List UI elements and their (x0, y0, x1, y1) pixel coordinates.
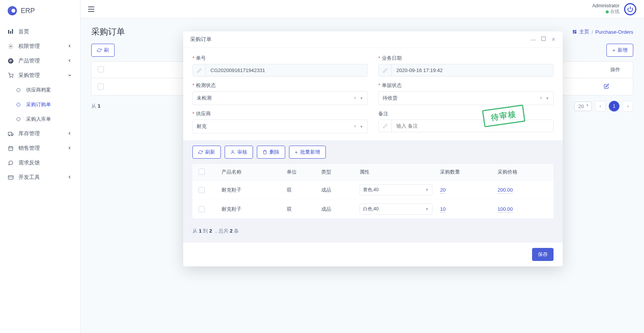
table-row: 耐克鞋子 双 成品 黄色,40 ▼ 20 200.00 (192, 180, 554, 200)
breadcrumb-current[interactable]: Purchase-Orders (595, 29, 633, 35)
logo[interactable]: ERP (0, 0, 80, 21)
cell-type: 成品 (321, 206, 360, 213)
modal-delete-button[interactable]: 删除 (257, 146, 285, 159)
attr-select[interactable]: 黄色,40 ▼ (360, 184, 432, 195)
bars-icon (8, 29, 14, 35)
close-button[interactable]: ✕ (551, 36, 556, 43)
clear-icon[interactable]: × (354, 124, 356, 129)
nav-label: 首页 (18, 28, 72, 35)
pencil-icon (193, 64, 206, 76)
modal-batch-add-button[interactable]: + 批量新增 (289, 146, 326, 159)
nav-feedback[interactable]: 需求反馈 (0, 156, 80, 170)
col-product-name: 产品名称 (222, 169, 287, 176)
attr-select[interactable]: 白色,40 ▼ (360, 203, 432, 215)
svg-rect-21 (542, 37, 545, 41)
p-circle-icon: P (8, 58, 14, 64)
circle-icon (15, 102, 21, 108)
remark-input[interactable] (392, 120, 553, 132)
pencil-icon (379, 64, 392, 76)
nav-purchase-inbound[interactable]: 采购入库单 (0, 112, 80, 126)
page-title: 采购订单 (91, 26, 125, 38)
nav-home[interactable]: 首页 (0, 25, 80, 39)
gear-icon (8, 43, 14, 49)
nav-label: 销售管理 (18, 145, 63, 152)
row-checkbox[interactable] (199, 187, 205, 193)
chevron-left-icon (68, 146, 72, 151)
price-value[interactable]: 100.00 (498, 206, 513, 213)
hamburger-icon[interactable] (88, 7, 94, 12)
clear-icon[interactable]: × (540, 95, 542, 101)
col-qty: 采购数量 (440, 169, 498, 176)
col-price: 采购价格 (498, 169, 547, 176)
pencil-icon (379, 120, 392, 132)
user-info[interactable]: Administrator 在线 (592, 3, 619, 15)
modal-table: 产品名称 单位 类型 属性 采购数量 采购价格 耐克鞋子 双 成品 (192, 164, 554, 218)
nav: 首页 权限管理 P 产品管理 采购管理 供应商档案 (0, 21, 80, 188)
svg-point-9 (9, 135, 10, 136)
nav-label: 需求反馈 (18, 159, 72, 166)
main: Administrator 在线 采购订单 主页 / Purch (80, 0, 644, 333)
qty-value[interactable]: 10 (440, 206, 445, 213)
nav-inventory[interactable]: 库存管理 (0, 126, 80, 141)
nav-label: 库存管理 (18, 130, 63, 137)
doc-status-select[interactable]: 待收货 × ▼ (378, 91, 554, 105)
biz-date-input (378, 64, 554, 77)
remark-label: 备注 (378, 110, 554, 117)
row-checkbox[interactable] (98, 84, 104, 90)
nav-label: 采购订购单 (26, 101, 72, 108)
nav-purchase-order[interactable]: 采购订购单 (0, 97, 80, 112)
detect-status-select[interactable]: 未检测 × ▼ (192, 91, 368, 105)
col-ops: 操作 (604, 66, 627, 73)
nav-label: 开发工具 (18, 174, 63, 181)
svg-rect-0 (8, 30, 9, 34)
circle-icon (15, 87, 21, 93)
clear-icon[interactable]: × (354, 95, 356, 101)
doc-status-label: 单据状态 (378, 82, 554, 89)
page-prev-button[interactable]: ‹ (595, 101, 606, 112)
minimize-button[interactable]: — (531, 36, 536, 43)
chevron-down-icon (68, 73, 72, 78)
order-no-input (192, 64, 368, 77)
chevron-left-icon (68, 175, 72, 180)
status-text: 在线 (610, 8, 619, 15)
nav-label: 采购入库单 (26, 116, 72, 123)
page-next-button[interactable]: › (623, 101, 633, 112)
modal-audit-button[interactable]: 审核 (225, 146, 253, 159)
refresh-button[interactable]: 刷 (91, 44, 115, 57)
add-button[interactable]: + 新增 (606, 44, 633, 57)
biz-date-label: 业务日期 (378, 55, 554, 62)
supplier-select[interactable]: 耐克 × ▼ (192, 120, 368, 133)
power-button[interactable] (624, 3, 636, 15)
chevron-left-icon (68, 131, 72, 136)
nav-supplier-archive[interactable]: 供应商档案 (0, 83, 80, 97)
nav-sales[interactable]: 销售管理 (0, 141, 80, 156)
qty-value[interactable]: 20 (440, 187, 445, 194)
modal-refresh-button[interactable]: 刷新 (192, 146, 221, 159)
add-label: 新增 (618, 47, 628, 54)
nav-devtools[interactable]: 开发工具 (0, 170, 80, 185)
svg-rect-15 (8, 176, 13, 179)
page-number-button[interactable]: 1 (609, 101, 619, 112)
user-icon (230, 150, 235, 154)
save-button[interactable]: 保存 (532, 248, 554, 261)
svg-rect-1 (10, 31, 11, 34)
svg-point-3 (10, 46, 12, 47)
page-size-select[interactable]: 20 ▼ (574, 102, 592, 111)
price-value[interactable]: 200.00 (498, 187, 513, 194)
select-all-checkbox[interactable] (98, 66, 104, 72)
table-row: 耐克鞋子 双 成品 白色,40 ▼ 10 100.00 (192, 200, 554, 218)
cell-unit: 双 (287, 187, 321, 194)
maximize-button[interactable] (541, 36, 546, 43)
cell-type: 成品 (321, 187, 360, 194)
breadcrumb-home[interactable]: 主页 (579, 28, 589, 35)
chevron-down-icon: ▼ (586, 103, 589, 107)
row-edit-button[interactable] (604, 84, 627, 90)
logo-icon (8, 6, 17, 15)
breadcrumb-sep: / (591, 29, 593, 35)
modal-select-all-checkbox[interactable] (199, 169, 205, 175)
row-checkbox[interactable] (199, 206, 205, 212)
nav-permissions[interactable]: 权限管理 (0, 39, 80, 54)
nav-purchase[interactable]: 采购管理 (0, 68, 80, 83)
nav-products[interactable]: P 产品管理 (0, 54, 80, 68)
cart-icon (8, 72, 14, 79)
